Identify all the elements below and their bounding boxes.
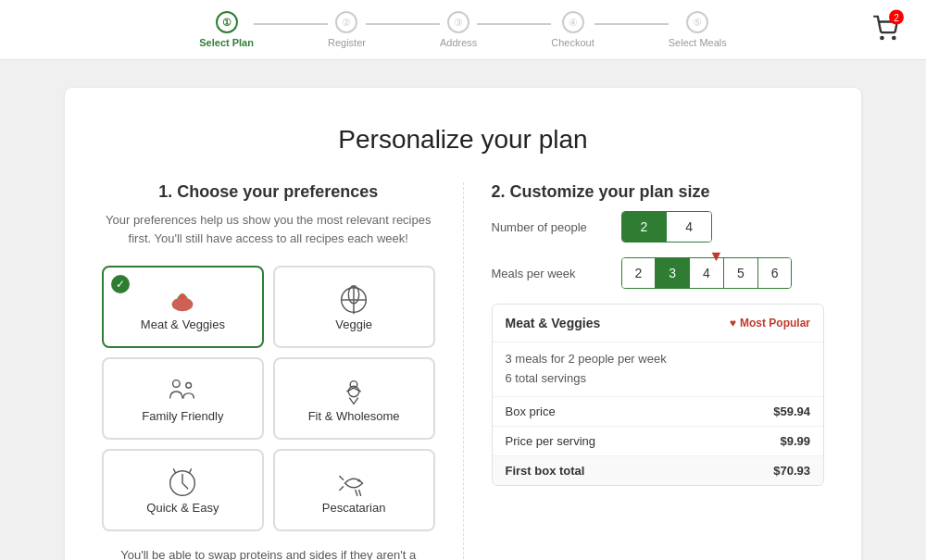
- svg-point-1: [893, 37, 895, 39]
- price-description: 3 meals for 2 people per week 6 total se…: [493, 342, 824, 397]
- step-label-4: Checkout: [551, 37, 594, 48]
- meals-option-5[interactable]: 5: [724, 258, 758, 288]
- step-circle-5: ⑤: [686, 11, 708, 33]
- step-label-5: Select Meals: [669, 37, 727, 48]
- step-2[interactable]: ② Register: [328, 11, 366, 48]
- pref-card-fit-wholesome[interactable]: Fit & Wholesome: [273, 357, 435, 440]
- meals-option-3[interactable]: 3: [656, 258, 690, 288]
- svg-point-8: [173, 380, 181, 388]
- pref-card-pescatarian[interactable]: Pescatarian: [273, 449, 435, 531]
- people-btn-group: 2 4: [621, 211, 713, 243]
- most-popular-label: Most Popular: [740, 317, 810, 330]
- meals-option-2[interactable]: 2: [622, 258, 657, 288]
- per-serving-label: Price per serving: [506, 434, 596, 448]
- price-header: Meat & Veggies ♥ Most Popular: [493, 305, 824, 342]
- step-label-1: Select Plan: [199, 37, 254, 48]
- box-price-row: Box price $59.94: [493, 397, 824, 427]
- first-box-label: First box total: [506, 464, 585, 478]
- pref-label-pescatarian: Pescatarian: [322, 501, 386, 515]
- step-circle-2: ②: [335, 11, 357, 33]
- connector-2-3: [366, 23, 440, 25]
- first-box-row: First box total $70.93: [493, 456, 824, 485]
- veggie-icon: [336, 282, 371, 317]
- left-section-desc: Your preferences help us show you the mo…: [102, 211, 435, 247]
- meals-btn-group: 2 3 4 5 6: [621, 257, 793, 289]
- pref-label-fit-wholesome: Fit & Wholesome: [308, 409, 400, 423]
- connector-3-4: [477, 23, 551, 25]
- step-4[interactable]: ④ Checkout: [551, 11, 594, 48]
- per-serving-row: Price per serving $9.99: [493, 427, 824, 456]
- step-circle-3: ③: [447, 11, 469, 33]
- family-friendly-icon: [165, 374, 200, 409]
- quick-easy-icon: [165, 466, 200, 501]
- two-columns: 1. Choose your preferences Your preferen…: [102, 182, 824, 560]
- box-price-val: $59.94: [773, 404, 810, 418]
- fit-wholesome-icon: [336, 374, 371, 409]
- step-3[interactable]: ③ Address: [440, 11, 477, 48]
- right-section-title: 2. Customize your plan size: [492, 182, 825, 202]
- people-option-2[interactable]: 2: [622, 212, 668, 242]
- right-column: 2. Customize your plan size Number of pe…: [464, 182, 825, 560]
- first-box-val: $70.93: [773, 464, 810, 478]
- pref-card-meat-veggies[interactable]: ✓ Meat & Veggies: [102, 266, 264, 348]
- step-circle-1: ①: [216, 11, 238, 33]
- per-serving-val: $9.99: [780, 434, 810, 448]
- step-5[interactable]: ⑤ Select Meals: [669, 11, 727, 48]
- meals-label: Meals per week: [492, 267, 621, 280]
- svg-point-9: [186, 383, 192, 389]
- pref-card-quick-easy[interactable]: Quick & Easy: [102, 449, 264, 531]
- people-option-4[interactable]: 4: [667, 212, 711, 242]
- selected-check: ✓: [111, 275, 130, 293]
- connector-4-5: [594, 23, 669, 25]
- pref-card-family-friendly[interactable]: Family Friendly: [102, 357, 264, 440]
- meals-option-6[interactable]: 6: [758, 258, 792, 288]
- left-column: 1. Choose your preferences Your preferen…: [102, 182, 464, 560]
- step-label-3: Address: [440, 37, 477, 48]
- box-price-label: Box price: [506, 404, 556, 418]
- pref-card-veggie[interactable]: Veggie: [273, 266, 435, 348]
- main-content: Personalize your plan 1. Choose your pre…: [65, 88, 861, 560]
- arrow-indicator: ▼: [709, 248, 724, 265]
- page-title: Personalize your plan: [102, 125, 824, 155]
- pref-label-family-friendly: Family Friendly: [142, 409, 223, 423]
- meals-row: ▼ Meals per week 2 3 4 5 6: [492, 257, 825, 289]
- header: ① Select Plan ② Register ③ Address ④ Che…: [0, 0, 926, 60]
- plan-name: Meat & Veggies: [506, 316, 601, 330]
- people-row: Number of people 2 4: [492, 211, 825, 243]
- people-label: Number of people: [492, 220, 621, 234]
- progress-steps: ① Select Plan ② Register ③ Address ④ Che…: [199, 11, 727, 48]
- cart-button[interactable]: 2: [872, 16, 898, 44]
- cart-badge: 2: [889, 10, 904, 25]
- pescatarian-icon: [336, 466, 371, 501]
- desc-line1: 3 meals for 2 people per week: [506, 350, 811, 369]
- svg-point-0: [881, 37, 882, 39]
- meat-veggies-icon: [165, 282, 200, 317]
- step-1[interactable]: ① Select Plan: [199, 11, 254, 48]
- pref-label-meat-veggies: Meat & Veggies: [141, 317, 225, 331]
- heart-icon: ♥: [730, 317, 736, 330]
- svg-point-3: [181, 293, 186, 299]
- step-label-2: Register: [328, 37, 366, 48]
- pref-label-veggie: Veggie: [335, 317, 372, 331]
- connector-1-2: [254, 23, 328, 25]
- preferences-grid: ✓ Meat & Veggies: [102, 266, 435, 531]
- price-box: Meat & Veggies ♥ Most Popular 3 meals fo…: [492, 304, 825, 486]
- step-circle-4: ④: [562, 11, 584, 33]
- desc-line2: 6 total servings: [506, 369, 811, 389]
- most-popular-badge: ♥ Most Popular: [730, 317, 810, 330]
- svg-point-2: [172, 297, 194, 311]
- pref-label-quick-easy: Quick & Easy: [146, 501, 219, 515]
- swap-note: You'll be able to swap proteins and side…: [102, 546, 435, 560]
- svg-point-13: [357, 479, 360, 482]
- left-section-title: 1. Choose your preferences: [102, 182, 435, 202]
